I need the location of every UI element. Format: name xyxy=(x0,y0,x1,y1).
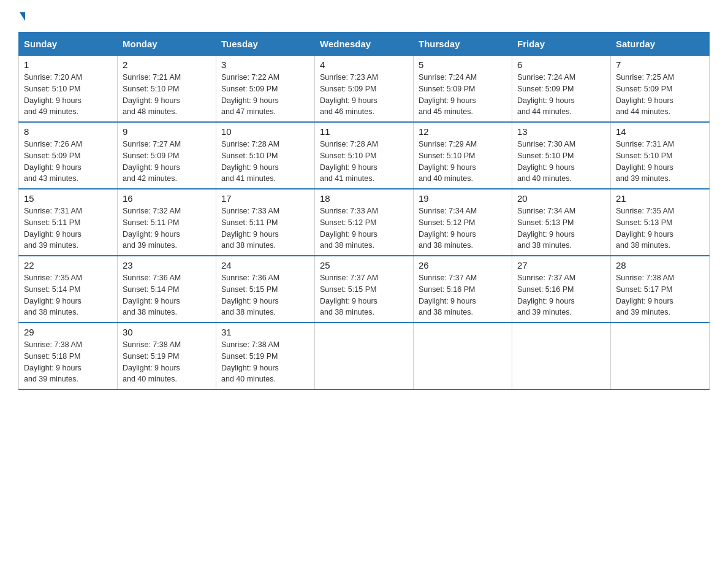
day-info: Sunrise: 7:28 AMSunset: 5:10 PMDaylight:… xyxy=(320,139,408,185)
day-info: Sunrise: 7:34 AMSunset: 5:13 PMDaylight:… xyxy=(517,205,605,251)
day-info: Sunrise: 7:38 AMSunset: 5:18 PMDaylight:… xyxy=(24,339,112,385)
calendar-cell: 28Sunrise: 7:38 AMSunset: 5:17 PMDayligh… xyxy=(611,256,710,323)
calendar-cell: 15Sunrise: 7:31 AMSunset: 5:11 PMDayligh… xyxy=(19,189,118,256)
day-number: 9 xyxy=(123,126,211,137)
day-number: 29 xyxy=(24,327,112,337)
day-number: 22 xyxy=(24,260,112,270)
day-info: Sunrise: 7:33 AMSunset: 5:11 PMDaylight:… xyxy=(221,205,309,251)
calendar-cell: 18Sunrise: 7:33 AMSunset: 5:12 PMDayligh… xyxy=(315,189,414,256)
calendar-cell: 17Sunrise: 7:33 AMSunset: 5:11 PMDayligh… xyxy=(216,189,315,256)
day-number: 19 xyxy=(419,193,507,204)
day-info: Sunrise: 7:33 AMSunset: 5:12 PMDaylight:… xyxy=(320,205,408,251)
calendar-cell: 29Sunrise: 7:38 AMSunset: 5:18 PMDayligh… xyxy=(19,323,118,389)
calendar-cell: 2Sunrise: 7:21 AMSunset: 5:10 PMDaylight… xyxy=(118,56,216,123)
week-row-3: 15Sunrise: 7:31 AMSunset: 5:11 PMDayligh… xyxy=(19,189,710,256)
day-info: Sunrise: 7:36 AMSunset: 5:14 PMDaylight:… xyxy=(123,272,211,318)
calendar-cell: 11Sunrise: 7:28 AMSunset: 5:10 PMDayligh… xyxy=(315,122,414,189)
day-number: 14 xyxy=(616,126,704,137)
day-number: 16 xyxy=(123,193,211,204)
day-number: 8 xyxy=(24,126,112,137)
day-header-tuesday: Tuesday xyxy=(216,33,315,56)
day-info: Sunrise: 7:29 AMSunset: 5:10 PMDaylight:… xyxy=(419,139,507,185)
day-info: Sunrise: 7:32 AMSunset: 5:11 PMDaylight:… xyxy=(123,205,211,251)
calendar-cell: 4Sunrise: 7:23 AMSunset: 5:09 PMDaylight… xyxy=(315,56,414,123)
calendar-cell: 9Sunrise: 7:27 AMSunset: 5:09 PMDaylight… xyxy=(118,122,216,189)
day-number: 5 xyxy=(419,59,507,70)
day-info: Sunrise: 7:23 AMSunset: 5:09 PMDaylight:… xyxy=(320,72,408,118)
day-number: 30 xyxy=(123,327,211,337)
day-info: Sunrise: 7:21 AMSunset: 5:10 PMDaylight:… xyxy=(123,72,211,118)
day-info: Sunrise: 7:34 AMSunset: 5:12 PMDaylight:… xyxy=(419,205,507,251)
day-number: 13 xyxy=(517,126,605,137)
week-row-1: 1Sunrise: 7:20 AMSunset: 5:10 PMDaylight… xyxy=(19,56,710,123)
day-info: Sunrise: 7:35 AMSunset: 5:13 PMDaylight:… xyxy=(616,205,704,251)
day-number: 21 xyxy=(616,193,704,204)
day-number: 27 xyxy=(517,260,605,270)
day-info: Sunrise: 7:35 AMSunset: 5:14 PMDaylight:… xyxy=(24,272,112,318)
day-number: 1 xyxy=(24,59,112,70)
day-number: 31 xyxy=(221,327,309,337)
day-info: Sunrise: 7:26 AMSunset: 5:09 PMDaylight:… xyxy=(24,139,112,185)
calendar-header-row: SundayMondayTuesdayWednesdayThursdayFrid… xyxy=(19,33,710,56)
day-number: 18 xyxy=(320,193,408,204)
day-info: Sunrise: 7:24 AMSunset: 5:09 PMDaylight:… xyxy=(419,72,507,118)
week-row-5: 29Sunrise: 7:38 AMSunset: 5:18 PMDayligh… xyxy=(19,323,710,389)
logo xyxy=(18,12,25,20)
day-info: Sunrise: 7:37 AMSunset: 5:16 PMDaylight:… xyxy=(419,272,507,318)
calendar-cell: 26Sunrise: 7:37 AMSunset: 5:16 PMDayligh… xyxy=(414,256,512,323)
day-info: Sunrise: 7:31 AMSunset: 5:11 PMDaylight:… xyxy=(24,205,112,251)
day-info: Sunrise: 7:37 AMSunset: 5:16 PMDaylight:… xyxy=(517,272,605,318)
calendar-cell: 6Sunrise: 7:24 AMSunset: 5:09 PMDaylight… xyxy=(512,56,611,123)
day-info: Sunrise: 7:28 AMSunset: 5:10 PMDaylight:… xyxy=(221,139,309,185)
day-info: Sunrise: 7:38 AMSunset: 5:19 PMDaylight:… xyxy=(123,339,211,385)
day-header-saturday: Saturday xyxy=(611,33,710,56)
calendar-cell: 25Sunrise: 7:37 AMSunset: 5:15 PMDayligh… xyxy=(315,256,414,323)
day-number: 11 xyxy=(320,126,408,137)
day-number: 17 xyxy=(221,193,309,204)
calendar-cell: 30Sunrise: 7:38 AMSunset: 5:19 PMDayligh… xyxy=(118,323,216,389)
day-header-thursday: Thursday xyxy=(414,33,512,56)
calendar-cell: 21Sunrise: 7:35 AMSunset: 5:13 PMDayligh… xyxy=(611,189,710,256)
calendar-cell: 31Sunrise: 7:38 AMSunset: 5:19 PMDayligh… xyxy=(216,323,315,389)
day-header-friday: Friday xyxy=(512,33,611,56)
day-info: Sunrise: 7:31 AMSunset: 5:10 PMDaylight:… xyxy=(616,139,704,185)
calendar-cell xyxy=(414,323,512,389)
calendar-cell xyxy=(611,323,710,389)
day-number: 10 xyxy=(221,126,309,137)
day-number: 24 xyxy=(221,260,309,270)
calendar-cell: 27Sunrise: 7:37 AMSunset: 5:16 PMDayligh… xyxy=(512,256,611,323)
calendar-cell: 1Sunrise: 7:20 AMSunset: 5:10 PMDaylight… xyxy=(19,56,118,123)
calendar-cell: 5Sunrise: 7:24 AMSunset: 5:09 PMDaylight… xyxy=(414,56,512,123)
day-info: Sunrise: 7:30 AMSunset: 5:10 PMDaylight:… xyxy=(517,139,605,185)
day-number: 26 xyxy=(419,260,507,270)
day-header-wednesday: Wednesday xyxy=(315,33,414,56)
calendar-cell xyxy=(512,323,611,389)
calendar-cell: 12Sunrise: 7:29 AMSunset: 5:10 PMDayligh… xyxy=(414,122,512,189)
day-number: 6 xyxy=(517,59,605,70)
day-number: 4 xyxy=(320,59,408,70)
calendar-cell: 23Sunrise: 7:36 AMSunset: 5:14 PMDayligh… xyxy=(118,256,216,323)
page-header xyxy=(18,12,710,20)
day-info: Sunrise: 7:38 AMSunset: 5:17 PMDaylight:… xyxy=(616,272,704,318)
calendar-cell xyxy=(315,323,414,389)
calendar-cell: 14Sunrise: 7:31 AMSunset: 5:10 PMDayligh… xyxy=(611,122,710,189)
day-info: Sunrise: 7:38 AMSunset: 5:19 PMDaylight:… xyxy=(221,339,309,385)
day-info: Sunrise: 7:37 AMSunset: 5:15 PMDaylight:… xyxy=(320,272,408,318)
week-row-4: 22Sunrise: 7:35 AMSunset: 5:14 PMDayligh… xyxy=(19,256,710,323)
calendar-cell: 8Sunrise: 7:26 AMSunset: 5:09 PMDaylight… xyxy=(19,122,118,189)
day-number: 7 xyxy=(616,59,704,70)
day-number: 25 xyxy=(320,260,408,270)
calendar-cell: 24Sunrise: 7:36 AMSunset: 5:15 PMDayligh… xyxy=(216,256,315,323)
day-info: Sunrise: 7:36 AMSunset: 5:15 PMDaylight:… xyxy=(221,272,309,318)
calendar-cell: 7Sunrise: 7:25 AMSunset: 5:09 PMDaylight… xyxy=(611,56,710,123)
day-header-monday: Monday xyxy=(118,33,216,56)
day-number: 28 xyxy=(616,260,704,270)
day-info: Sunrise: 7:20 AMSunset: 5:10 PMDaylight:… xyxy=(24,72,112,118)
calendar-cell: 20Sunrise: 7:34 AMSunset: 5:13 PMDayligh… xyxy=(512,189,611,256)
day-number: 20 xyxy=(517,193,605,204)
calendar-table: SundayMondayTuesdayWednesdayThursdayFrid… xyxy=(18,32,710,390)
day-header-sunday: Sunday xyxy=(19,33,118,56)
calendar-cell: 13Sunrise: 7:30 AMSunset: 5:10 PMDayligh… xyxy=(512,122,611,189)
calendar-cell: 19Sunrise: 7:34 AMSunset: 5:12 PMDayligh… xyxy=(414,189,512,256)
day-number: 15 xyxy=(24,193,112,204)
